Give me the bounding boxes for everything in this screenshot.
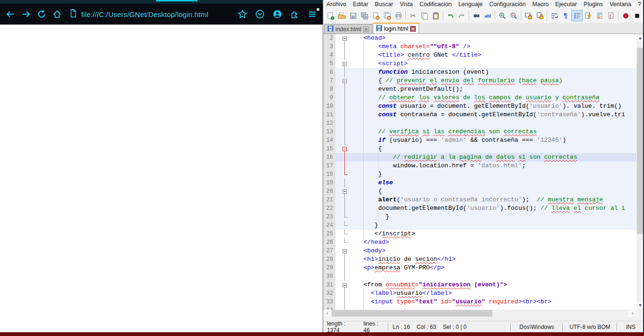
- tab-close-icon[interactable]: ✕: [363, 26, 369, 32]
- bookmark-margin[interactable]: [335, 34, 341, 43]
- vertical-scrollbar[interactable]: ▲ ▼: [636, 34, 644, 310]
- code-line-7[interactable]: 7 { // prevenir el envio del formulario …: [323, 77, 644, 85]
- fold-margin[interactable]: [341, 264, 349, 272]
- code-line-23[interactable]: 23 }: [323, 213, 644, 221]
- show-all-characters-button[interactable]: ¶: [560, 10, 571, 21]
- code-line-31[interactable]: 31 <from onsubmit="iniciarcesion (event)…: [323, 281, 644, 289]
- bookmark-margin[interactable]: [335, 68, 341, 77]
- bookmark-margin[interactable]: [335, 306, 341, 310]
- document-map-button[interactable]: [594, 10, 605, 21]
- code-line-14[interactable]: 14 if (usuario) === 'admin' && contraseñ…: [323, 136, 644, 145]
- bookmark-margin[interactable]: [335, 51, 341, 60]
- word-wrap-button[interactable]: [549, 10, 560, 21]
- code-text[interactable]: document.getElementById('usuario').focus…: [349, 204, 644, 213]
- bookmark-margin[interactable]: [335, 170, 341, 179]
- code-line-16[interactable]: 16 // redirigir a la pagina de datos si …: [323, 153, 644, 162]
- zoom-out-button[interactable]: [508, 10, 519, 21]
- code-text[interactable]: <meta charset=""uft-8" />: [349, 43, 644, 51]
- code-text[interactable]: if (usuario) === 'admin' && contraseña =…: [349, 136, 644, 145]
- bookmark-margin[interactable]: [335, 187, 341, 196]
- fold-margin[interactable]: [341, 187, 349, 196]
- menu-?[interactable]: ?: [635, 0, 644, 9]
- bookmark-margin[interactable]: [335, 102, 341, 111]
- fold-margin[interactable]: [341, 230, 349, 238]
- code-text[interactable]: <h1>inicio de secion</h1>: [349, 255, 644, 264]
- code-text[interactable]: <body>: [349, 247, 644, 255]
- fold-margin[interactable]: [341, 213, 349, 221]
- bookmark-margin[interactable]: [335, 272, 341, 281]
- fold-margin[interactable]: [341, 94, 349, 102]
- code-text[interactable]: function iniciarcesion (event): [349, 68, 644, 77]
- code-text[interactable]: // verifica si las credencias son correc…: [349, 128, 644, 136]
- fold-margin[interactable]: [341, 85, 349, 94]
- horizontal-scrollbar[interactable]: ‹ ›: [323, 310, 644, 317]
- bookmark-margin[interactable]: [335, 145, 341, 153]
- code-line-9[interactable]: 9 // obtener los valores de los campos d…: [323, 94, 644, 102]
- bookmark-margin[interactable]: [335, 247, 341, 255]
- code-text[interactable]: event.preventDefault();: [349, 85, 644, 94]
- fold-margin[interactable]: [341, 60, 349, 68]
- code-line-18[interactable]: 18 }: [323, 170, 644, 179]
- code-text[interactable]: alert('usuario o contraseña incorrecto')…: [349, 196, 644, 204]
- bookmark-margin[interactable]: [335, 162, 341, 170]
- code-line-27[interactable]: 27 <body>: [323, 247, 644, 255]
- bookmark-margin[interactable]: [335, 60, 341, 68]
- bookmark-margin[interactable]: [335, 85, 341, 94]
- code-text[interactable]: <title> centro GNet </title>: [349, 51, 644, 60]
- code-text[interactable]: const contraseña = document.getElementBy…: [349, 111, 644, 119]
- code-line-2[interactable]: 2 <head>: [323, 34, 644, 43]
- bookmark-margin[interactable]: [335, 264, 341, 272]
- horizontal-scroll-thumb[interactable]: [332, 310, 492, 317]
- code-text[interactable]: {: [349, 145, 644, 153]
- code-text[interactable]: <from onsubmit="iniciarcesion (event)">: [349, 281, 644, 289]
- undo-button[interactable]: [445, 10, 456, 21]
- replace-button[interactable]: ab: [482, 10, 493, 21]
- forward-button[interactable]: [20, 9, 32, 20]
- menu-codificacin[interactable]: Codificación: [416, 0, 455, 9]
- code-text[interactable]: <head>: [349, 34, 644, 43]
- code-text[interactable]: {: [349, 187, 644, 196]
- extensions-button[interactable]: [289, 9, 301, 20]
- code-line-11[interactable]: 11 const contraseña = document.getElemen…: [323, 111, 644, 119]
- show-indent-guide-button[interactable]: [571, 10, 583, 21]
- fold-margin[interactable]: [341, 43, 349, 51]
- bookmark-margin[interactable]: [335, 238, 341, 247]
- code-line-20[interactable]: 20 {: [323, 187, 644, 196]
- scroll-up-arrow[interactable]: ▲: [636, 34, 644, 42]
- code-line-24[interactable]: 24 }: [323, 221, 644, 230]
- code-text[interactable]: const usuario = document. getElementById…: [349, 102, 644, 111]
- fold-margin[interactable]: [341, 247, 349, 255]
- scroll-right-arrow[interactable]: ›: [628, 310, 636, 317]
- code-line-25[interactable]: 25 </inscript>: [323, 230, 644, 238]
- print-button[interactable]: [393, 10, 404, 21]
- code-editor[interactable]: 2 <head>3 <meta charset=""uft-8" />4 <ti…: [323, 34, 644, 310]
- fold-margin[interactable]: [341, 145, 349, 153]
- fold-margin[interactable]: [341, 204, 349, 213]
- fold-margin[interactable]: [341, 170, 349, 179]
- fold-margin[interactable]: [341, 298, 349, 306]
- redo-button[interactable]: [456, 10, 467, 21]
- menu-lenguaje[interactable]: Lenguaje: [455, 0, 486, 9]
- code-text[interactable]: }: [349, 221, 644, 230]
- fold-margin[interactable]: [341, 51, 349, 60]
- fold-margin[interactable]: [341, 179, 349, 187]
- code-text[interactable]: </inscript>: [349, 230, 644, 238]
- code-line-33[interactable]: 33 <input type="text" id="usuario" requi…: [323, 298, 644, 306]
- save-file-button[interactable]: [347, 10, 359, 21]
- fold-margin[interactable]: [341, 119, 349, 128]
- bookmark-margin[interactable]: [335, 230, 341, 238]
- code-line-26[interactable]: 26 </head>: [323, 238, 644, 247]
- fold-margin[interactable]: [341, 255, 349, 264]
- fold-margin[interactable]: [341, 153, 349, 162]
- fold-margin[interactable]: [341, 34, 349, 43]
- fold-margin[interactable]: [341, 77, 349, 85]
- code-text[interactable]: <input type="text" id="usuario" required…: [349, 298, 644, 306]
- fold-margin[interactable]: [341, 68, 349, 77]
- status-encoding[interactable]: UTF-8 w/o BOM: [569, 324, 610, 330]
- bookmark-button[interactable]: [237, 9, 248, 20]
- reload-button[interactable]: [36, 9, 47, 20]
- code-line-17[interactable]: 17 window.location.href = 'datos.html';: [323, 162, 644, 170]
- fold-margin[interactable]: [341, 136, 349, 145]
- fold-margin[interactable]: [341, 102, 349, 111]
- function-list-button[interactable]: f: [605, 10, 617, 21]
